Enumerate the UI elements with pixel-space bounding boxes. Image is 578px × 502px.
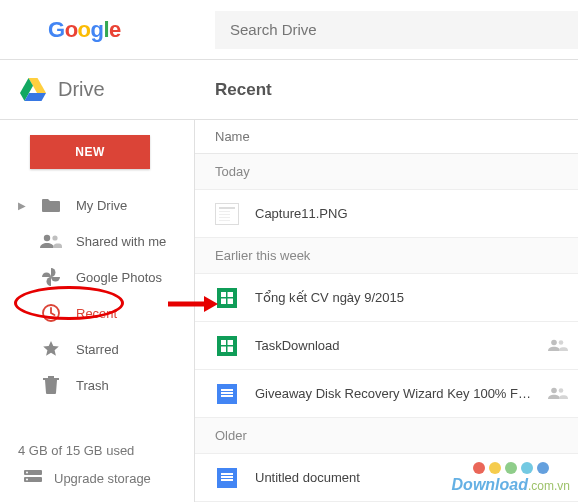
docs-icon (215, 382, 239, 406)
app-name: Drive (58, 78, 105, 101)
file-row[interactable]: Giveaway Disk Recovery Wizard Key 100% F… (195, 370, 578, 418)
folder-icon (40, 197, 62, 213)
new-button[interactable]: NEW (30, 135, 150, 169)
storage-usage: 4 GB of 15 GB used (18, 443, 194, 458)
svg-point-9 (26, 479, 28, 481)
google-logo[interactable]: Google (0, 17, 195, 43)
docs-icon (215, 466, 239, 490)
sidebar-item-recent[interactable]: Recent (0, 295, 194, 331)
file-name: Giveaway Disk Recovery Wizard Key 100% F… (255, 386, 532, 401)
clock-icon (40, 304, 62, 322)
svg-point-12 (551, 387, 557, 393)
svg-point-4 (52, 235, 57, 240)
drive-icon (20, 78, 46, 101)
photos-icon (40, 268, 62, 286)
file-name: Capture11.PNG (255, 206, 578, 221)
group-header: Today (195, 154, 578, 190)
section-title: Recent (195, 80, 272, 100)
search-input[interactable] (215, 11, 578, 49)
svg-point-8 (26, 472, 28, 474)
group-header: Older (195, 418, 578, 454)
svg-point-13 (559, 388, 564, 393)
sidebar-item-my-drive[interactable]: ▶ My Drive (0, 187, 194, 223)
people-icon (40, 234, 62, 248)
file-name: TaskDownload (255, 338, 532, 353)
storage-icon (24, 470, 42, 487)
shared-icon (548, 385, 568, 403)
file-row[interactable]: Tổng kết CV ngày 9/2015 (195, 274, 578, 322)
file-row[interactable]: TaskDownload (195, 322, 578, 370)
upgrade-storage[interactable]: Upgrade storage (18, 470, 194, 487)
sidebar-item-label: Shared with me (76, 234, 166, 249)
sidebar-item-label: Trash (76, 378, 109, 393)
file-row[interactable]: Untitled document (195, 454, 578, 502)
image-thumbnail-icon (215, 202, 239, 226)
sheets-icon (215, 334, 239, 358)
sidebar-item-starred[interactable]: Starred (0, 331, 194, 367)
trash-icon (40, 376, 62, 394)
upgrade-label: Upgrade storage (54, 471, 151, 486)
sidebar-item-label: Starred (76, 342, 119, 357)
shared-icon (548, 337, 568, 355)
column-header-name[interactable]: Name (195, 120, 578, 154)
svg-point-3 (44, 235, 50, 241)
sidebar-item-shared[interactable]: Shared with me (0, 223, 194, 259)
group-header: Earlier this week (195, 238, 578, 274)
sidebar-item-label: Recent (76, 306, 117, 321)
sidebar-item-photos[interactable]: Google Photos (0, 259, 194, 295)
file-row[interactable]: Capture11.PNG (195, 190, 578, 238)
svg-point-11 (559, 340, 564, 345)
sheets-icon (215, 286, 239, 310)
sidebar-item-label: Google Photos (76, 270, 162, 285)
sidebar-item-trash[interactable]: Trash (0, 367, 194, 403)
file-name: Tổng kết CV ngày 9/2015 (255, 290, 578, 305)
expand-icon[interactable]: ▶ (18, 200, 26, 211)
drive-home[interactable]: Drive (0, 78, 195, 101)
sidebar-item-label: My Drive (76, 198, 127, 213)
svg-point-10 (551, 339, 557, 345)
file-name: Untitled document (255, 470, 578, 485)
star-icon (40, 340, 62, 358)
